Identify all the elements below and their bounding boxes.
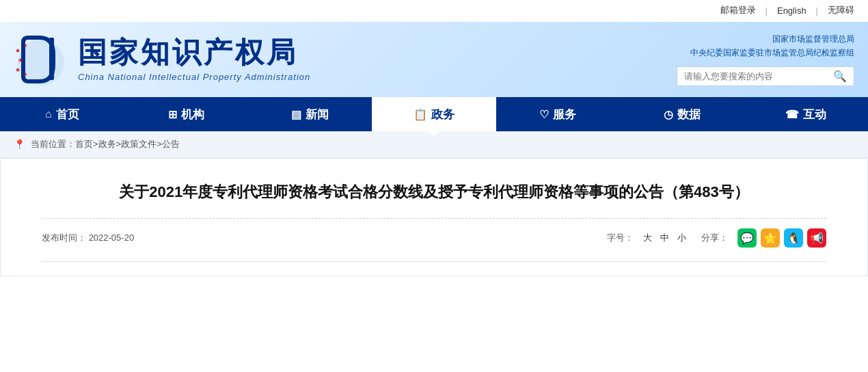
- mailbox-link[interactable]: 邮箱登录: [720, 4, 756, 16]
- share-qq-button[interactable]: 🐧: [784, 228, 803, 248]
- location-icon: 📍: [14, 139, 25, 150]
- logo-area: ★ ★ ★ ★ ★ 国家知识产权局 China National Intelle…: [14, 32, 310, 87]
- market-supervision-link[interactable]: 国家市场监督管理总局: [690, 33, 854, 46]
- content-divider: [42, 261, 826, 262]
- logo-text: 国家知识产权局 China National Intellectual Prop…: [78, 37, 310, 81]
- star-icon: ⭐: [763, 232, 777, 245]
- site-title-chinese: 国家知识产权局: [78, 37, 310, 68]
- nav-label-news: 新闻: [306, 107, 329, 122]
- share-favorites-button[interactable]: ⭐: [761, 228, 780, 248]
- home-icon: ⌂: [45, 108, 52, 120]
- share-weibo-button[interactable]: 📢: [807, 228, 826, 248]
- weibo-icon: 📢: [810, 232, 824, 245]
- svg-text:★: ★: [15, 47, 21, 54]
- search-box: 🔍: [677, 66, 854, 86]
- wechat-icon: 💬: [740, 232, 754, 245]
- svg-text:★: ★: [15, 66, 21, 73]
- search-icon: 🔍: [833, 70, 847, 82]
- nav-label-service: 服务: [553, 107, 576, 122]
- breadcrumb: 当前位置：首页>政务>政策文件>公告: [31, 138, 180, 150]
- article-title: 关于2021年度专利代理师资格考试合格分数线及授予专利代理师资格等事项的公告（第…: [42, 179, 826, 204]
- meta-right: 字号： 大 中 小 分享： 💬 ⭐ 🐧 📢: [607, 228, 826, 248]
- nav-label-interact: 互动: [803, 107, 826, 122]
- nav-label-home: 首页: [56, 107, 79, 122]
- header-right: 国家市场监督管理总局 中央纪委国家监委驻市场监管总局纪检监察组 🔍: [677, 33, 854, 85]
- share-wechat-button[interactable]: 💬: [737, 228, 757, 248]
- nav-label-policy: 政务: [431, 107, 455, 122]
- publish-date: 2022-05-20: [89, 232, 135, 243]
- sep2: |: [816, 5, 818, 16]
- data-icon: ◷: [664, 108, 673, 121]
- font-size-label: 字号：: [607, 232, 634, 244]
- article-meta: 发布时间： 2022-05-20 字号： 大 中 小 分享： 💬 ⭐ 🐧 📢: [42, 218, 826, 248]
- font-medium-btn[interactable]: 中: [660, 232, 669, 244]
- svg-text:★: ★: [23, 43, 27, 48]
- top-links: 邮箱登录 | English | 无障碍: [720, 4, 854, 16]
- nav-item-policy[interactable]: 📋 政务: [372, 97, 496, 131]
- nav-item-service[interactable]: ♡ 服务: [496, 97, 620, 131]
- site-header: ★ ★ ★ ★ ★ 国家知识产权局 China National Intelle…: [0, 22, 868, 97]
- nav-item-data[interactable]: ◷ 数据: [620, 97, 744, 131]
- news-icon: ▤: [291, 108, 301, 121]
- nav-item-home[interactable]: ⌂ 首页: [0, 97, 124, 131]
- nav-item-interact[interactable]: ☎ 互动: [744, 97, 868, 131]
- nav-item-news[interactable]: ▤ 新闻: [248, 97, 372, 131]
- accessible-link[interactable]: 无障碍: [828, 4, 854, 16]
- qq-icon: 🐧: [787, 232, 800, 245]
- publish-label: 发布时间：: [42, 232, 86, 243]
- top-utility-bar: 邮箱登录 | English | 无障碍: [0, 0, 868, 22]
- nav-label-org: 机构: [181, 107, 204, 122]
- main-nav: ⌂ 首页 ⊞ 机构 ▤ 新闻 📋 政务 ♡ 服务 ◷ 数据 ☎ 互动: [0, 97, 868, 131]
- english-link[interactable]: English: [777, 5, 806, 16]
- font-large-btn[interactable]: 大: [643, 232, 652, 244]
- svg-text:★: ★: [18, 57, 23, 64]
- svg-text:★: ★: [23, 72, 27, 77]
- search-button[interactable]: 🔍: [830, 68, 850, 84]
- logo-icon: ★ ★ ★ ★ ★: [14, 32, 68, 87]
- nav-label-data: 数据: [677, 107, 701, 122]
- sub-links: 国家市场监督管理总局 中央纪委国家监委驻市场监管总局纪检监察组: [690, 33, 854, 59]
- content-area: 关于2021年度专利代理师资格考试合格分数线及授予专利代理师资格等事项的公告（第…: [0, 158, 868, 276]
- share-icons: 💬 ⭐ 🐧 📢: [737, 228, 826, 248]
- share-label: 分享：: [701, 232, 728, 244]
- site-title-english: China National Intellectual Property Adm…: [78, 72, 310, 82]
- discipline-inspection-link[interactable]: 中央纪委国家监委驻市场监管总局纪检监察组: [690, 46, 854, 59]
- interact-icon: ☎: [785, 108, 799, 121]
- font-small-btn[interactable]: 小: [677, 232, 686, 244]
- search-input[interactable]: [681, 68, 830, 84]
- sep1: |: [765, 5, 768, 16]
- meta-publish: 发布时间： 2022-05-20: [42, 232, 607, 244]
- org-icon: ⊞: [168, 108, 177, 121]
- nav-item-org[interactable]: ⊞ 机构: [124, 97, 247, 131]
- service-icon: ♡: [539, 108, 549, 121]
- policy-icon: 📋: [413, 108, 427, 121]
